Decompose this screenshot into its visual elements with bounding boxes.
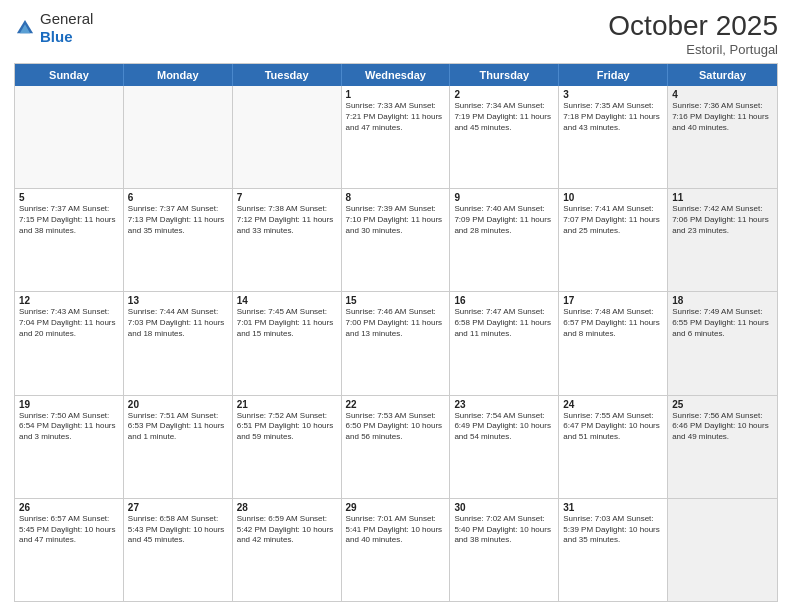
day-cell: 15Sunrise: 7:46 AM Sunset: 7:00 PM Dayli…: [342, 292, 451, 394]
day-number: 22: [346, 399, 446, 410]
day-header-wednesday: Wednesday: [342, 64, 451, 86]
calendar: SundayMondayTuesdayWednesdayThursdayFrid…: [14, 63, 778, 602]
day-cell: 19Sunrise: 7:50 AM Sunset: 6:54 PM Dayli…: [15, 396, 124, 498]
day-cell: [668, 499, 777, 601]
day-header-friday: Friday: [559, 64, 668, 86]
day-number: 30: [454, 502, 554, 513]
day-header-monday: Monday: [124, 64, 233, 86]
logo-general: General: [40, 10, 93, 27]
day-cell: 18Sunrise: 7:49 AM Sunset: 6:55 PM Dayli…: [668, 292, 777, 394]
day-info: Sunrise: 7:01 AM Sunset: 5:41 PM Dayligh…: [346, 514, 446, 546]
logo-blue: Blue: [40, 28, 73, 45]
week-row-5: 26Sunrise: 6:57 AM Sunset: 5:45 PM Dayli…: [15, 498, 777, 601]
logo-text: General Blue: [40, 10, 93, 46]
day-cell: 8Sunrise: 7:39 AM Sunset: 7:10 PM Daylig…: [342, 189, 451, 291]
day-number: 29: [346, 502, 446, 513]
day-number: 20: [128, 399, 228, 410]
day-info: Sunrise: 7:56 AM Sunset: 6:46 PM Dayligh…: [672, 411, 773, 443]
title-block: October 2025 Estoril, Portugal: [608, 10, 778, 57]
day-number: 7: [237, 192, 337, 203]
day-info: Sunrise: 7:37 AM Sunset: 7:13 PM Dayligh…: [128, 204, 228, 236]
day-number: 25: [672, 399, 773, 410]
week-row-1: 1Sunrise: 7:33 AM Sunset: 7:21 PM Daylig…: [15, 86, 777, 188]
day-info: Sunrise: 7:45 AM Sunset: 7:01 PM Dayligh…: [237, 307, 337, 339]
day-number: 14: [237, 295, 337, 306]
header: General Blue October 2025 Estoril, Portu…: [14, 10, 778, 57]
day-info: Sunrise: 7:46 AM Sunset: 7:00 PM Dayligh…: [346, 307, 446, 339]
day-number: 17: [563, 295, 663, 306]
day-cell: 5Sunrise: 7:37 AM Sunset: 7:15 PM Daylig…: [15, 189, 124, 291]
day-header-thursday: Thursday: [450, 64, 559, 86]
day-cell: 12Sunrise: 7:43 AM Sunset: 7:04 PM Dayli…: [15, 292, 124, 394]
day-number: 3: [563, 89, 663, 100]
day-cell: [233, 86, 342, 188]
day-cell: 3Sunrise: 7:35 AM Sunset: 7:18 PM Daylig…: [559, 86, 668, 188]
day-cell: 23Sunrise: 7:54 AM Sunset: 6:49 PM Dayli…: [450, 396, 559, 498]
day-info: Sunrise: 7:42 AM Sunset: 7:06 PM Dayligh…: [672, 204, 773, 236]
day-cell: 2Sunrise: 7:34 AM Sunset: 7:19 PM Daylig…: [450, 86, 559, 188]
day-info: Sunrise: 7:39 AM Sunset: 7:10 PM Dayligh…: [346, 204, 446, 236]
day-cell: 21Sunrise: 7:52 AM Sunset: 6:51 PM Dayli…: [233, 396, 342, 498]
day-info: Sunrise: 7:03 AM Sunset: 5:39 PM Dayligh…: [563, 514, 663, 546]
day-cell: 9Sunrise: 7:40 AM Sunset: 7:09 PM Daylig…: [450, 189, 559, 291]
day-info: Sunrise: 7:41 AM Sunset: 7:07 PM Dayligh…: [563, 204, 663, 236]
day-cell: 1Sunrise: 7:33 AM Sunset: 7:21 PM Daylig…: [342, 86, 451, 188]
day-info: Sunrise: 7:49 AM Sunset: 6:55 PM Dayligh…: [672, 307, 773, 339]
day-cell: 20Sunrise: 7:51 AM Sunset: 6:53 PM Dayli…: [124, 396, 233, 498]
day-info: Sunrise: 7:43 AM Sunset: 7:04 PM Dayligh…: [19, 307, 119, 339]
week-row-2: 5Sunrise: 7:37 AM Sunset: 7:15 PM Daylig…: [15, 188, 777, 291]
logo-icon: [14, 17, 36, 39]
day-cell: 22Sunrise: 7:53 AM Sunset: 6:50 PM Dayli…: [342, 396, 451, 498]
day-header-saturday: Saturday: [668, 64, 777, 86]
day-header-sunday: Sunday: [15, 64, 124, 86]
day-info: Sunrise: 7:44 AM Sunset: 7:03 PM Dayligh…: [128, 307, 228, 339]
day-cell: 10Sunrise: 7:41 AM Sunset: 7:07 PM Dayli…: [559, 189, 668, 291]
day-info: Sunrise: 7:33 AM Sunset: 7:21 PM Dayligh…: [346, 101, 446, 133]
day-number: 5: [19, 192, 119, 203]
day-cell: 11Sunrise: 7:42 AM Sunset: 7:06 PM Dayli…: [668, 189, 777, 291]
day-cell: 7Sunrise: 7:38 AM Sunset: 7:12 PM Daylig…: [233, 189, 342, 291]
day-number: 8: [346, 192, 446, 203]
day-cell: 30Sunrise: 7:02 AM Sunset: 5:40 PM Dayli…: [450, 499, 559, 601]
day-cell: 16Sunrise: 7:47 AM Sunset: 6:58 PM Dayli…: [450, 292, 559, 394]
day-number: 10: [563, 192, 663, 203]
day-info: Sunrise: 7:53 AM Sunset: 6:50 PM Dayligh…: [346, 411, 446, 443]
page: General Blue October 2025 Estoril, Portu…: [0, 0, 792, 612]
day-info: Sunrise: 7:55 AM Sunset: 6:47 PM Dayligh…: [563, 411, 663, 443]
week-row-4: 19Sunrise: 7:50 AM Sunset: 6:54 PM Dayli…: [15, 395, 777, 498]
day-number: 27: [128, 502, 228, 513]
day-number: 19: [19, 399, 119, 410]
calendar-body: 1Sunrise: 7:33 AM Sunset: 7:21 PM Daylig…: [15, 86, 777, 601]
day-number: 13: [128, 295, 228, 306]
day-cell: 13Sunrise: 7:44 AM Sunset: 7:03 PM Dayli…: [124, 292, 233, 394]
day-cell: 14Sunrise: 7:45 AM Sunset: 7:01 PM Dayli…: [233, 292, 342, 394]
day-cell: 28Sunrise: 6:59 AM Sunset: 5:42 PM Dayli…: [233, 499, 342, 601]
day-info: Sunrise: 7:54 AM Sunset: 6:49 PM Dayligh…: [454, 411, 554, 443]
logo: General Blue: [14, 10, 93, 46]
day-info: Sunrise: 7:37 AM Sunset: 7:15 PM Dayligh…: [19, 204, 119, 236]
day-number: 6: [128, 192, 228, 203]
day-info: Sunrise: 7:35 AM Sunset: 7:18 PM Dayligh…: [563, 101, 663, 133]
day-cell: 25Sunrise: 7:56 AM Sunset: 6:46 PM Dayli…: [668, 396, 777, 498]
day-number: 15: [346, 295, 446, 306]
day-info: Sunrise: 6:59 AM Sunset: 5:42 PM Dayligh…: [237, 514, 337, 546]
day-number: 11: [672, 192, 773, 203]
day-cell: 31Sunrise: 7:03 AM Sunset: 5:39 PM Dayli…: [559, 499, 668, 601]
day-info: Sunrise: 7:50 AM Sunset: 6:54 PM Dayligh…: [19, 411, 119, 443]
day-number: 2: [454, 89, 554, 100]
day-number: 24: [563, 399, 663, 410]
day-number: 26: [19, 502, 119, 513]
day-cell: [124, 86, 233, 188]
day-info: Sunrise: 6:57 AM Sunset: 5:45 PM Dayligh…: [19, 514, 119, 546]
day-cell: 26Sunrise: 6:57 AM Sunset: 5:45 PM Dayli…: [15, 499, 124, 601]
day-headers: SundayMondayTuesdayWednesdayThursdayFrid…: [15, 64, 777, 86]
week-row-3: 12Sunrise: 7:43 AM Sunset: 7:04 PM Dayli…: [15, 291, 777, 394]
location: Estoril, Portugal: [608, 42, 778, 57]
day-info: Sunrise: 7:34 AM Sunset: 7:19 PM Dayligh…: [454, 101, 554, 133]
day-cell: 17Sunrise: 7:48 AM Sunset: 6:57 PM Dayli…: [559, 292, 668, 394]
day-number: 12: [19, 295, 119, 306]
day-info: Sunrise: 6:58 AM Sunset: 5:43 PM Dayligh…: [128, 514, 228, 546]
day-number: 31: [563, 502, 663, 513]
month-year: October 2025: [608, 10, 778, 42]
day-cell: 27Sunrise: 6:58 AM Sunset: 5:43 PM Dayli…: [124, 499, 233, 601]
